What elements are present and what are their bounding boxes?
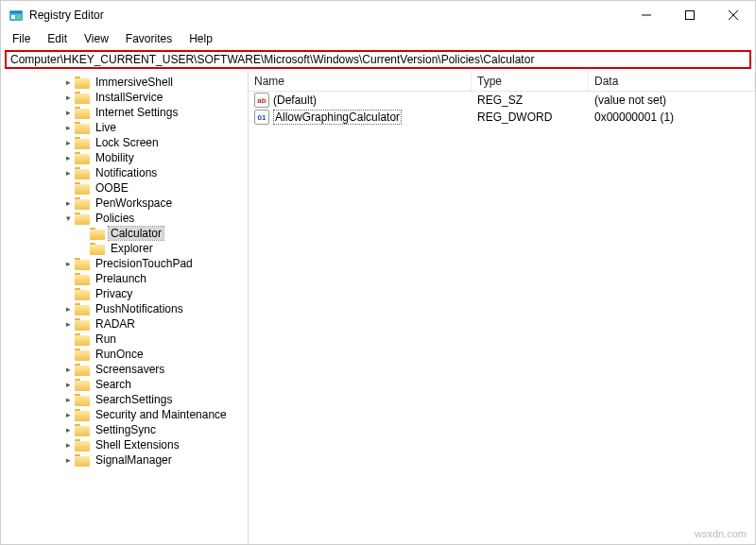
- tree-item-immersiveshell[interactable]: ▸ImmersiveShell: [1, 75, 248, 90]
- menu-edit[interactable]: Edit: [40, 30, 75, 47]
- chevron-right-icon[interactable]: ▸: [61, 198, 75, 208]
- list-row[interactable]: 01AllowGraphingCalculatorREG_DWORD0x0000…: [249, 109, 755, 126]
- tree-item-oobe[interactable]: OOBE: [1, 180, 248, 196]
- chevron-right-icon[interactable]: ▸: [61, 108, 75, 117]
- folder-icon: [75, 364, 90, 376]
- tree-item-shell-extensions[interactable]: ▸Shell Extensions: [1, 437, 248, 452]
- folder-icon: [75, 92, 90, 104]
- value-data: 0x00000001 (1): [589, 111, 755, 124]
- chevron-right-icon[interactable]: ▸: [61, 440, 75, 450]
- chevron-right-icon[interactable]: ▸: [61, 77, 75, 87]
- tree-pane[interactable]: ▸ImmersiveShell▸InstallService▸Internet …: [1, 71, 249, 544]
- tree-item-label: PrecisionTouchPad: [94, 257, 195, 270]
- tree-item-penworkspace[interactable]: ▸PenWorkspace: [1, 196, 248, 211]
- tree-item-security-and-maintenance[interactable]: ▸Security and Maintenance: [1, 407, 248, 422]
- tree-item-settingsync[interactable]: ▸SettingSync: [1, 422, 248, 437]
- dword-value-icon: 01: [254, 110, 269, 125]
- chevron-right-icon[interactable]: ▸: [61, 259, 75, 268]
- regedit-icon: [9, 8, 24, 23]
- tree-item-label: Explorer: [109, 242, 155, 255]
- minimize-button[interactable]: [625, 1, 668, 29]
- tree-item-signalmanager[interactable]: ▸SignalManager: [1, 452, 248, 468]
- folder-icon: [75, 349, 90, 361]
- tree-item-internet-settings[interactable]: ▸Internet Settings: [1, 105, 248, 120]
- chevron-right-icon[interactable]: ▸: [61, 410, 75, 419]
- chevron-right-icon[interactable]: ▸: [61, 455, 75, 465]
- chevron-right-icon[interactable]: ▸: [61, 380, 75, 389]
- chevron-right-icon[interactable]: ▸: [61, 123, 75, 132]
- folder-icon: [75, 122, 90, 134]
- list-row[interactable]: ab(Default)REG_SZ(value not set): [249, 92, 755, 109]
- value-data: (value not set): [589, 94, 755, 107]
- tree-item-runonce[interactable]: RunOnce: [1, 347, 248, 362]
- value-name: (Default): [273, 94, 317, 107]
- value-type: REG_DWORD: [472, 111, 589, 124]
- chevron-right-icon[interactable]: ▸: [61, 425, 75, 434]
- chevron-right-icon[interactable]: ▸: [61, 304, 75, 314]
- tree-item-label: Security and Maintenance: [94, 408, 229, 421]
- folder-icon: [75, 182, 90, 195]
- maximize-button[interactable]: [668, 1, 712, 29]
- folder-icon: [75, 258, 90, 270]
- chevron-right-icon[interactable]: ▸: [61, 168, 75, 178]
- tree-item-prelaunch[interactable]: Prelaunch: [1, 271, 248, 286]
- chevron-right-icon[interactable]: ▸: [61, 395, 75, 404]
- folder-icon: [75, 107, 90, 119]
- tree-item-label: RunOnce: [94, 348, 146, 361]
- list-header: Name Type Data: [249, 71, 755, 92]
- tree-item-label: Policies: [94, 212, 136, 225]
- tree-item-explorer[interactable]: Explorer: [1, 241, 248, 256]
- tree-item-radar[interactable]: ▸RADAR: [1, 316, 248, 332]
- chevron-right-icon[interactable]: ▸: [61, 153, 75, 162]
- window-title: Registry Editor: [29, 9, 625, 22]
- menu-view[interactable]: View: [77, 30, 116, 47]
- tree-item-screensavers[interactable]: ▸Screensavers: [1, 362, 248, 377]
- tree-item-pushnotifications[interactable]: ▸PushNotifications: [1, 301, 248, 316]
- tree-item-live[interactable]: ▸Live: [1, 120, 248, 135]
- col-data-header[interactable]: Data: [589, 71, 755, 91]
- tree-item-privacy[interactable]: Privacy: [1, 286, 248, 301]
- menu-favorites[interactable]: Favorites: [118, 30, 180, 47]
- string-value-icon: ab: [254, 93, 269, 108]
- list-pane[interactable]: Name Type Data ab(Default)REG_SZ(value n…: [249, 71, 755, 544]
- chevron-right-icon[interactable]: ▸: [61, 319, 75, 329]
- tree-item-lock-screen[interactable]: ▸Lock Screen: [1, 135, 248, 150]
- chevron-right-icon[interactable]: ▸: [61, 138, 75, 147]
- menu-help[interactable]: Help: [181, 30, 220, 47]
- titlebar: Registry Editor: [1, 1, 755, 29]
- tree-item-search[interactable]: ▸Search: [1, 377, 248, 392]
- folder-icon: [75, 197, 90, 210]
- tree-item-label: PenWorkspace: [94, 196, 174, 210]
- value-name: AllowGraphingCalculator: [273, 110, 402, 125]
- tree-item-label: Notifications: [94, 166, 159, 179]
- col-type-header[interactable]: Type: [472, 71, 589, 91]
- folder-icon: [75, 167, 90, 179]
- folder-icon: [75, 394, 90, 406]
- tree-item-searchsettings[interactable]: ▸SearchSettings: [1, 392, 248, 407]
- tree-item-label: Prelaunch: [94, 272, 148, 285]
- chevron-right-icon[interactable]: ▸: [61, 365, 75, 374]
- folder-icon: [75, 303, 90, 315]
- tree-item-policies[interactable]: ▾Policies: [1, 211, 248, 226]
- col-name-header[interactable]: Name: [249, 71, 472, 91]
- address-bar-container: Computer\HKEY_CURRENT_USER\SOFTWARE\Micr…: [1, 48, 755, 71]
- tree-item-label: Privacy: [94, 287, 134, 300]
- address-bar[interactable]: Computer\HKEY_CURRENT_USER\SOFTWARE\Micr…: [5, 50, 751, 69]
- tree-item-installservice[interactable]: ▸InstallService: [1, 90, 248, 105]
- tree-item-notifications[interactable]: ▸Notifications: [1, 165, 248, 180]
- close-button[interactable]: [712, 1, 755, 29]
- chevron-right-icon[interactable]: ▸: [61, 93, 75, 102]
- tree-item-mobility[interactable]: ▸Mobility: [1, 150, 248, 165]
- chevron-down-icon[interactable]: ▾: [61, 213, 75, 223]
- tree-item-precisiontouchpad[interactable]: ▸PrecisionTouchPad: [1, 256, 248, 271]
- menu-file[interactable]: File: [5, 30, 38, 47]
- folder-icon: [75, 318, 90, 331]
- tree-item-calculator[interactable]: Calculator: [1, 226, 248, 241]
- folder-icon: [75, 454, 90, 467]
- folder-icon: [75, 137, 90, 149]
- tree-item-label: Screensavers: [94, 363, 166, 376]
- tree-item-label: OOBE: [94, 181, 130, 195]
- tree-item-run[interactable]: Run: [1, 332, 248, 347]
- tree-item-label: SignalManager: [94, 453, 174, 467]
- tree-item-label: RADAR: [94, 317, 137, 331]
